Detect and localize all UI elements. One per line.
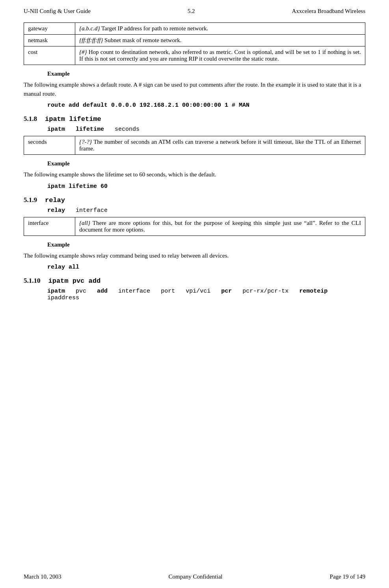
example519-code: relay all	[47, 264, 365, 271]
section-518-syntax: ipatm lifetime seconds	[47, 126, 365, 133]
section-5110-syntax: ipatm pvc add interface port vpi/vci pcr…	[47, 288, 365, 301]
syntax-pvc: pvc	[76, 288, 86, 295]
table-row: seconds{?-?} The number of seconds an AT…	[24, 136, 365, 155]
syntax-port: port	[161, 288, 175, 295]
section-519-number: 5.1.9	[24, 196, 37, 204]
table-term: interface	[24, 217, 75, 236]
table-row: cost{#} Hop count to destination network…	[24, 46, 365, 65]
table-row: gateway{a.b.c.d} Target IP address for p…	[24, 23, 365, 35]
syntax-add: add	[97, 288, 108, 295]
section-518-title: ipatm lifetime	[45, 115, 101, 123]
footer-center: Company Confidential	[168, 573, 222, 580]
syntax-ipaddress: ipaddress	[47, 295, 79, 301]
table-gateway-netmask-cost: gateway{a.b.c.d} Target IP address for p…	[24, 22, 365, 65]
example1-code: route add default 0.0.0.0 192.168.2.1 00…	[47, 102, 365, 109]
section-5110-number: 5.1.10	[24, 277, 41, 285]
section-519-syntax: relay interface	[47, 207, 365, 214]
header-left: U-NII Config & User Guide	[24, 8, 91, 15]
header-right: Axxcelera Broadband Wireless	[292, 8, 365, 15]
footer-left: March 10, 2003	[24, 573, 61, 580]
page-footer: March 10, 2003 Company Confidential Page…	[24, 573, 365, 580]
table-description: {ff:ff:ff:ff} Subnet mask of remote netw…	[75, 35, 365, 46]
syntax-ipatm: ipatm	[47, 126, 65, 133]
table-seconds: seconds{?-?} The number of seconds an AT…	[24, 136, 365, 155]
table-term: netmask	[24, 35, 75, 46]
section-519-title: relay	[45, 197, 65, 204]
syntax-pcr-rx-tx: pcr-rx/pcr-tx	[242, 288, 288, 295]
table-term: gateway	[24, 23, 75, 35]
example518-body: The following example shows the lifetime…	[24, 170, 365, 179]
table-description: {all} There are more options for this, b…	[75, 217, 365, 236]
section-5110-title-row: 5.1.10 ipatm pvc add	[24, 277, 365, 285]
syntax-interface: interface	[76, 207, 108, 214]
footer-right: Page 19 of 149	[330, 573, 365, 580]
table-term: seconds	[24, 136, 75, 155]
table-row: interface{all} There are more options fo…	[24, 217, 365, 236]
syntax-ipatm2: ipatm	[47, 288, 65, 295]
example1-heading: Example	[47, 70, 365, 77]
syntax-seconds: seconds	[115, 126, 140, 133]
table-description: {#} Hop count to destination network, al…	[75, 46, 365, 65]
table-term: cost	[24, 46, 75, 65]
section-518-title-row: 5.1.8 ipatm lifetime	[24, 115, 365, 123]
section-519-title-row: 5.1.9 relay	[24, 196, 365, 204]
example519-heading: Example	[47, 241, 365, 248]
example1-body: The following example shows a default ro…	[24, 80, 365, 98]
example518-code: ipatm lifetime 60	[47, 183, 365, 190]
header-center: 5.2	[188, 8, 195, 15]
section-5110-title: ipatm pvc add	[48, 277, 101, 285]
table-description: {a.b.c.d} Target IP address for path to …	[75, 23, 365, 35]
table-interface: interface{all} There are more options fo…	[24, 217, 365, 236]
syntax-lifetime: lifetime	[76, 126, 104, 133]
example518-heading: Example	[47, 160, 365, 167]
syntax-remoteip: remoteip	[299, 288, 328, 295]
syntax-interface2: interface	[118, 288, 150, 295]
example519-body: The following example shows relay comman…	[24, 251, 365, 260]
page-header: U-NII Config & User Guide 5.2 Axxcelera …	[24, 8, 365, 15]
table-row: netmask{ff:ff:ff:ff} Subnet mask of remo…	[24, 35, 365, 46]
table-description: {?-?} The number of seconds an ATM cells…	[75, 136, 365, 155]
syntax-relay: relay	[47, 207, 65, 214]
syntax-vpivci: vpi/vci	[186, 288, 210, 295]
syntax-pcr: pcr	[221, 288, 232, 295]
page: U-NII Config & User Guide 5.2 Axxcelera …	[0, 0, 389, 588]
section-518-number: 5.1.8	[24, 115, 37, 123]
